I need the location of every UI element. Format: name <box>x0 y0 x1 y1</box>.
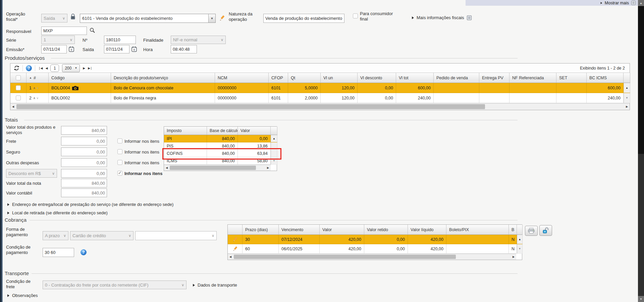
produtos-hscrollbar[interactable]: ◀ ▶ <box>10 103 630 110</box>
frete-informar-checkbox[interactable] <box>117 138 122 143</box>
consumidor-final-checkbox[interactable] <box>353 13 358 18</box>
produto-row-1[interactable]: 1∧∨ BOLO004 Bolo de Cenoura com chocolat… <box>10 83 630 93</box>
hora-label: Hora <box>143 47 153 52</box>
condicao-pagamento-input[interactable] <box>43 248 74 257</box>
outras-informar-checkbox[interactable] <box>117 160 122 165</box>
produto-row-2[interactable]: 2∧∨ BOLO002 Bolo de Floresta negra 00000… <box>10 93 630 103</box>
desconto-input[interactable] <box>61 169 107 178</box>
responsavel-input[interactable] <box>41 27 87 35</box>
column-header-descricao[interactable]: Descrição do produto/serviço <box>111 73 215 83</box>
hscroll-thumb[interactable] <box>16 104 485 109</box>
local-retirada-expander[interactable]: Local de retirada (se diferente do ender… <box>7 210 108 215</box>
scroll-left-button[interactable]: ◀ <box>10 105 16 108</box>
window-scrollbar[interactable]: ▲ ▼ <box>638 0 644 302</box>
column-header-ncm[interactable]: NCM <box>215 73 269 83</box>
column-header-vl-un[interactable]: Vl un <box>321 73 358 83</box>
scroll-right-button[interactable]: ▶ <box>265 166 271 169</box>
grid-scroll-down[interactable]: ▼ <box>517 244 523 254</box>
grid-scroll-up[interactable]: ▲ <box>271 135 277 142</box>
next-page-button[interactable]: ▶ <box>83 67 85 70</box>
calendar-icon[interactable]: 8 <box>69 46 74 52</box>
last-page-button[interactable]: ▶❘ <box>88 67 92 70</box>
imposto-row-icms[interactable]: ICMS 840,00 58,80 ▼ <box>164 157 277 165</box>
help-icon[interactable]: ? <box>26 65 32 71</box>
scroll-left-button[interactable]: ◀ <box>164 166 169 169</box>
column-header-nf-referenciada[interactable]: NF Referenciada <box>509 73 556 83</box>
emissao-label: Emissão* <box>6 47 24 52</box>
column-header-cfop[interactable]: CFOP <box>269 73 288 83</box>
scroll-left-button[interactable]: ◀ <box>228 255 233 258</box>
cobranca-hscrollbar[interactable]: ◀ ▶ <box>228 254 516 260</box>
grid-scroll-up[interactable]: ▲ <box>624 83 630 93</box>
move-down-icon[interactable]: ∨ <box>37 96 39 100</box>
calendar-icon[interactable]: 8 <box>131 46 137 52</box>
row-checkbox[interactable] <box>16 85 21 90</box>
search-icon[interactable] <box>90 28 95 33</box>
valor-nota-input[interactable] <box>61 179 107 187</box>
column-header-codigo[interactable]: Código <box>49 73 111 83</box>
impostos-hscrollbar[interactable]: ◀ ▶ <box>164 165 271 171</box>
column-header-pedido[interactable]: Pedido de venda <box>434 73 479 83</box>
desconto-informar-checkbox[interactable] <box>117 171 122 176</box>
parcela-row-2[interactable]: 60 06/01/2025 420,00 0,00 420,00 N ▼ <box>228 244 522 254</box>
scroll-up-button[interactable]: ▲ <box>638 0 644 6</box>
column-header-entrega-pv[interactable]: Entrega PV <box>479 73 509 83</box>
emissao-input[interactable] <box>41 45 67 53</box>
edit-pencil-icon[interactable] <box>219 15 225 21</box>
scroll-right-button[interactable]: ▶ <box>624 105 630 108</box>
page-size-select[interactable]: 200▼ <box>62 64 80 72</box>
first-page-button[interactable]: ❘◀ <box>38 67 42 70</box>
valor-total-input[interactable] <box>61 126 107 135</box>
help-icon[interactable]: ? <box>80 249 87 255</box>
select-all-checkbox[interactable] <box>16 75 21 80</box>
parcela-row-1[interactable]: 30 07/12/2024 420,00 0,00 420,00 N ▲ <box>228 235 522 244</box>
edit-pencil-icon[interactable] <box>232 246 238 252</box>
refresh-icon[interactable] <box>14 66 19 71</box>
hscroll-thumb[interactable] <box>234 255 456 259</box>
frete-input[interactable] <box>61 137 107 145</box>
cfop-combo[interactable]: 6101 - Venda de produção do estabelecime… <box>80 14 216 23</box>
prev-page-button[interactable]: ◀ <box>45 67 47 70</box>
column-header-qt[interactable]: Qt <box>288 73 321 83</box>
seguro-input[interactable] <box>61 147 107 156</box>
move-up-icon[interactable]: ∧ <box>33 96 36 100</box>
row-checkbox[interactable] <box>16 95 21 100</box>
endereco-entrega-expander[interactable]: Endereço de entrega/local de prestação d… <box>7 202 173 207</box>
imposto-row-ipi[interactable]: IPI 840,00 0,00 ▲ <box>164 135 277 142</box>
hora-input[interactable] <box>171 45 197 53</box>
column-header-set[interactable]: SET <box>556 73 587 83</box>
column-header-vl-tot[interactable]: Vl tot <box>396 73 434 83</box>
forma-extra-select[interactable]: ∨ <box>135 231 217 240</box>
valor-contabil-input[interactable] <box>61 188 107 197</box>
lock-icon[interactable] <box>70 13 75 20</box>
camera-icon[interactable] <box>72 86 78 90</box>
dados-transporte-expander[interactable]: Dados de transporte <box>193 283 237 288</box>
column-header-bc-icms[interactable]: BC ICMS <box>587 73 624 83</box>
imposto-row-pis[interactable]: PIS 840,00 13,86 <box>164 142 277 150</box>
column-header-num[interactable]: ▲# <box>26 73 49 83</box>
column-header-vl-desconto[interactable]: Vl desconto <box>358 73 396 83</box>
unlock-button[interactable] <box>539 225 552 236</box>
mais-informacoes-fiscais-link[interactable]: Mais informações fiscais <box>412 15 472 20</box>
grid-scroll-down[interactable]: ▼ <box>624 93 630 103</box>
combo-dropdown-button[interactable]: ▼ <box>208 14 215 23</box>
scrollbar-thumb[interactable] <box>638 6 644 154</box>
edit-pencil-icon[interactable] <box>232 236 238 242</box>
numero-input[interactable] <box>104 36 136 44</box>
imposto-row-cofins[interactable]: COFINS 840,00 63,84 <box>164 150 277 157</box>
move-down-icon[interactable]: ∨ <box>37 86 39 90</box>
grid-scroll-down[interactable]: ▼ <box>271 157 277 165</box>
scroll-right-button[interactable]: ▶ <box>511 255 516 258</box>
saida-date-input[interactable] <box>104 45 129 53</box>
outras-despesas-input[interactable] <box>61 158 107 167</box>
seguro-informar-checkbox[interactable] <box>117 149 122 154</box>
page-number-box[interactable]: 1 <box>50 64 59 72</box>
observacoes-expander[interactable]: Observações <box>7 293 38 298</box>
move-up-icon[interactable]: ∧ <box>33 86 36 90</box>
scroll-down-button[interactable]: ▼ <box>638 296 644 302</box>
grid-scroll-up[interactable]: ▲ <box>517 235 523 244</box>
print-button[interactable] <box>525 226 538 236</box>
hscroll-thumb[interactable] <box>170 166 256 170</box>
natureza-input[interactable] <box>263 14 344 23</box>
show-more-link[interactable]: Mostrar mais <box>605 1 629 5</box>
